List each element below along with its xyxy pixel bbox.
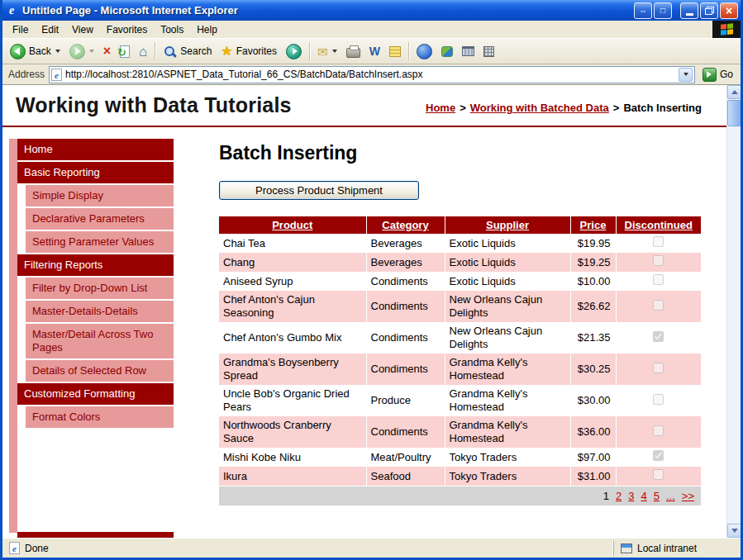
- pager-page-4[interactable]: 4: [641, 490, 647, 502]
- sidebar-item-simple-display[interactable]: Simple Display: [26, 185, 174, 206]
- title-extra-screen-button[interactable]: □: [654, 2, 672, 19]
- category-cell: Beverages: [366, 234, 445, 253]
- menu-file[interactable]: File: [6, 22, 35, 37]
- price-cell: $97.00: [570, 448, 616, 467]
- pager-next[interactable]: >>: [682, 490, 694, 502]
- breadcrumb-home[interactable]: Home: [426, 102, 455, 114]
- sidebar-item-partial[interactable]: [17, 532, 174, 538]
- column-header-link: Category: [382, 219, 428, 231]
- pager-page-3[interactable]: 3: [628, 490, 634, 502]
- vertical-scrollbar[interactable]: [726, 85, 741, 538]
- pager-page-2[interactable]: 2: [616, 490, 622, 502]
- back-button[interactable]: Back: [6, 41, 64, 62]
- breadcrumb-separator: >: [613, 102, 620, 114]
- scrollbar-thumb[interactable]: [727, 100, 741, 126]
- stop-button[interactable]: ×: [99, 42, 115, 60]
- title-extra-arrows-button[interactable]: ⇔: [634, 2, 652, 19]
- column-header-discontinued[interactable]: Discontinued: [616, 216, 701, 234]
- column-header-price[interactable]: Price: [570, 216, 616, 234]
- forward-button[interactable]: [65, 41, 98, 62]
- sidebar-accent-strip: [9, 139, 17, 533]
- menu-help[interactable]: Help: [190, 22, 224, 37]
- refresh-icon: ↻: [120, 45, 130, 58]
- restore-button[interactable]: [700, 2, 718, 19]
- toolbar-separator: [408, 42, 409, 60]
- close-button[interactable]: ×: [720, 2, 738, 19]
- favorites-button[interactable]: ★ Favorites: [217, 42, 281, 60]
- sidebar: HomeBasic ReportingSimple DisplayDeclara…: [9, 139, 174, 538]
- edit-with-word-button[interactable]: W: [365, 42, 384, 60]
- sidebar-item-master-detail-across-two-pages[interactable]: Master/Detail Across Two Pages: [26, 324, 174, 358]
- window-title: Untitled Page - Microsoft Internet Explo…: [22, 4, 632, 17]
- price-cell: $10.00: [570, 272, 616, 291]
- pager-ellipsis[interactable]: ...: [666, 490, 675, 502]
- forward-dropdown-icon[interactable]: [89, 50, 94, 53]
- address-url[interactable]: http://localhost:2810/ASPNET_Data_Tutori…: [65, 69, 679, 80]
- process-shipment-button[interactable]: Process Product Shipment: [219, 181, 419, 200]
- column-header-product[interactable]: Product: [219, 216, 366, 234]
- sidebar-item-basic-reporting[interactable]: Basic Reporting: [17, 162, 174, 183]
- sidebar-item-filter-by-drop-down-list[interactable]: Filter by Drop-Down List: [26, 278, 174, 299]
- category-cell: Condiments: [366, 322, 445, 354]
- menu-tools[interactable]: Tools: [154, 22, 190, 37]
- table-row: ChangBeveragesExotic Liquids$19.25: [219, 253, 701, 272]
- sidebar-item-details-of-selected-row[interactable]: Details of Selected Row: [26, 360, 174, 382]
- pager-page-5[interactable]: 5: [654, 490, 660, 502]
- arrow-up-icon: [731, 90, 738, 94]
- discontinued-checkbox: [653, 425, 664, 436]
- breadcrumb-working-with-batched-data[interactable]: Working with Batched Data: [470, 102, 609, 114]
- product-cell: Chef Anton's Gumbo Mix: [219, 322, 366, 354]
- sidebar-item-customized-formatting[interactable]: Customized Formatting: [17, 383, 174, 405]
- discontinued-cell: [616, 272, 701, 291]
- go-button[interactable]: Go: [699, 68, 736, 82]
- menu-view[interactable]: View: [65, 22, 100, 37]
- windows-logo: [712, 21, 741, 38]
- discontinued-checkbox: [653, 394, 664, 405]
- sidebar-item-declarative-parameters[interactable]: Declarative Parameters: [26, 208, 174, 230]
- sidebar-item-home[interactable]: Home: [17, 139, 174, 160]
- go-label: Go: [720, 69, 733, 80]
- media-button[interactable]: [282, 41, 306, 62]
- product-cell: Chang: [219, 253, 366, 272]
- category-cell: Condiments: [366, 416, 445, 448]
- discuss-button[interactable]: [385, 44, 405, 59]
- price-cell: $19.95: [570, 234, 616, 253]
- mail-dropdown-icon[interactable]: [332, 50, 337, 53]
- toolbar: Back × ↻ ⌂ Search ★ Favorites ✉ W: [2, 39, 741, 64]
- print-button[interactable]: [342, 43, 364, 60]
- messenger-button[interactable]: [412, 41, 436, 62]
- discontinued-cell: [616, 253, 701, 272]
- menu-favorites[interactable]: Favorites: [100, 22, 154, 37]
- msn-button[interactable]: [437, 44, 457, 59]
- status-zone-section: Local intranet: [613, 541, 737, 556]
- minimize-icon: [686, 13, 693, 16]
- column-header-category[interactable]: Category: [366, 216, 445, 234]
- discontinued-checkbox: [653, 255, 664, 266]
- menu-edit[interactable]: Edit: [35, 22, 65, 37]
- category-cell: Produce: [366, 385, 445, 416]
- sidebar-item-master-details-details[interactable]: Master-Details-Details: [26, 301, 174, 322]
- search-button[interactable]: Search: [159, 42, 216, 61]
- refresh-button[interactable]: ↻: [116, 43, 134, 60]
- sidebar-item-format-colors[interactable]: Format Colors: [26, 406, 174, 428]
- category-cell: Condiments: [366, 291, 445, 322]
- sidebar-item-filtering-reports[interactable]: Filtering Reports: [17, 254, 174, 276]
- product-cell: Chai Tea: [219, 234, 366, 253]
- back-dropdown-icon[interactable]: [55, 50, 60, 53]
- quick-tabs-button[interactable]: [479, 44, 498, 59]
- table-row: Chef Anton's Gumbo MixCondimentsNew Orle…: [219, 322, 701, 354]
- address-field[interactable]: e http://localhost:2810/ASPNET_Data_Tuto…: [49, 66, 695, 83]
- discontinued-checkbox: [653, 450, 664, 461]
- sidebar-item-setting-parameter-values[interactable]: Setting Parameter Values: [26, 231, 174, 253]
- discontinued-cell: [616, 322, 701, 354]
- mail-button[interactable]: ✉: [313, 43, 341, 60]
- research-button[interactable]: [458, 44, 479, 59]
- status-bar: e Done Local intranet: [2, 538, 741, 558]
- column-header-supplier[interactable]: Supplier: [445, 216, 570, 234]
- address-dropdown-button[interactable]: [679, 68, 693, 82]
- scroll-down-button[interactable]: [727, 524, 741, 538]
- minimize-button[interactable]: [680, 2, 698, 19]
- home-button[interactable]: ⌂: [135, 42, 151, 61]
- scroll-up-button[interactable]: [727, 85, 741, 99]
- table-row: Chai TeaBeveragesExotic Liquids$19.95: [219, 234, 701, 253]
